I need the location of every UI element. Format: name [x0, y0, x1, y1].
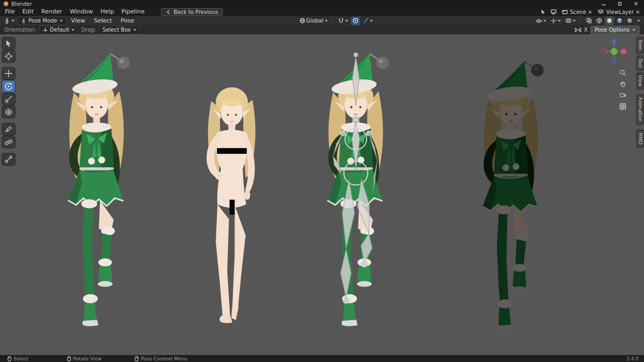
tab-tool[interactable]: Tool — [636, 55, 644, 71]
figure-base-body[interactable] — [207, 87, 255, 323]
back-to-previous-label: Back to Previous — [173, 9, 218, 15]
maximize-button[interactable] — [612, 0, 628, 8]
shading-rendered-button[interactable] — [625, 17, 634, 25]
menu-view[interactable]: View — [68, 17, 89, 24]
viewlayer-selector[interactable]: ViewLayer — [596, 8, 642, 16]
tab-mmd[interactable]: MMD — [636, 129, 644, 147]
tool-cursor[interactable] — [2, 50, 15, 62]
shading-solid-icon — [606, 18, 612, 24]
menu-edit[interactable]: Edit — [18, 8, 37, 16]
pan-button[interactable] — [617, 79, 628, 88]
tool-pose-extra[interactable] — [2, 153, 15, 165]
viewlayer-icon — [598, 9, 604, 14]
magnifier-icon — [619, 69, 626, 76]
snapping-dropdown[interactable] — [336, 17, 350, 25]
back-to-previous-button[interactable]: Back to Previous — [161, 8, 223, 16]
gizmos-dropdown[interactable] — [549, 17, 562, 25]
scene-canvas — [0, 34, 644, 355]
magnet-icon — [338, 18, 344, 24]
xray-icon — [586, 18, 592, 24]
tool-measure[interactable] — [2, 136, 15, 148]
shading-dropdown[interactable] — [635, 17, 642, 25]
tab-item[interactable]: Item — [636, 36, 644, 54]
mirror-x-label[interactable]: X — [584, 27, 588, 33]
gizmo-y-axis[interactable] — [611, 48, 618, 55]
menu-help[interactable]: Help — [97, 8, 118, 16]
tool-scale[interactable] — [2, 93, 15, 105]
minimize-icon — [602, 2, 606, 6]
mouse-middle-icon — [67, 356, 71, 361]
display-icon[interactable] — [549, 8, 558, 16]
statusbar: Select Rotate View Pose Context Menu 3.4… — [0, 355, 644, 362]
tab-view[interactable]: View — [636, 72, 644, 90]
viewport-nav-buttons — [617, 68, 628, 111]
select-box-icon — [4, 39, 13, 48]
mouse-right-icon — [135, 356, 138, 361]
menu-file[interactable]: File — [1, 8, 18, 16]
blender-logo-icon — [3, 1, 9, 6]
viewport-3d[interactable]: Item Tool View Animation MMD — [0, 34, 644, 355]
annotate-pen-icon — [4, 125, 13, 134]
status-select: Select — [8, 356, 28, 361]
transform-orientation-dropdown[interactable]: Global — [298, 17, 330, 25]
menu-select[interactable]: Select — [90, 17, 116, 24]
tool-annotate[interactable] — [2, 123, 15, 135]
menu-window[interactable]: Window — [66, 8, 97, 16]
pointer-icon[interactable] — [539, 8, 547, 16]
shading-material-button[interactable] — [615, 17, 624, 25]
camera-view-button[interactable] — [617, 90, 628, 100]
menu-render[interactable]: Render — [38, 8, 66, 16]
overlays-dropdown[interactable] — [564, 17, 577, 25]
viewlayer-close-icon[interactable] — [636, 10, 640, 14]
shading-material-icon — [617, 18, 623, 24]
navigation-gizmo[interactable] — [599, 36, 629, 67]
chevron-down-icon — [632, 29, 635, 31]
mode-dropdown[interactable]: Pose Mode — [17, 17, 67, 25]
drag-mode-dropdown[interactable]: Select Box — [99, 26, 140, 34]
chevron-down-icon — [637, 20, 640, 22]
tool-select-box[interactable] — [2, 38, 15, 49]
figure-wireframe-dark[interactable] — [483, 61, 544, 331]
bone-icon — [4, 155, 13, 164]
editor-type-button[interactable] — [2, 17, 16, 25]
status-rotate-view-label: Rotate View — [73, 356, 102, 361]
zoom-button[interactable] — [617, 68, 628, 77]
proportional-editing-icon — [353, 18, 358, 24]
minimize-button[interactable] — [596, 0, 612, 8]
shading-wireframe-button[interactable] — [595, 17, 604, 25]
tab-animation[interactable]: Animation — [636, 94, 644, 125]
scene-selector[interactable]: Scene — [560, 8, 595, 16]
gizmo-z-axis[interactable] — [612, 40, 616, 44]
figure-elf-with-armature[interactable] — [327, 53, 389, 326]
tool-move[interactable] — [2, 68, 15, 79]
drag-label: Drag: — [81, 27, 96, 33]
gizmo-x-axis[interactable] — [621, 49, 626, 54]
grid-icon — [619, 103, 626, 110]
toggle-perspective-button[interactable] — [617, 101, 628, 111]
proportional-falloff-dropdown[interactable] — [361, 17, 375, 25]
close-button[interactable] — [628, 0, 644, 8]
window-title: Blender — [11, 1, 32, 7]
pose-options-button[interactable]: Pose Options — [590, 26, 640, 34]
tool-rotate[interactable] — [2, 80, 15, 92]
scale-icon — [4, 95, 13, 104]
cursor-icon — [4, 52, 13, 61]
shading-solid-button[interactable] — [605, 17, 614, 25]
orientation-default-value: Default — [50, 27, 70, 33]
proportional-editing-toggle[interactable] — [351, 17, 360, 25]
chevron-down-icon — [11, 20, 14, 22]
xray-toggle[interactable] — [584, 17, 594, 25]
orientation-default-dropdown[interactable]: Default — [39, 26, 79, 34]
show-object-types-dropdown[interactable] — [534, 17, 548, 25]
menu-pose[interactable]: Pose — [117, 17, 138, 24]
orientation-label: Orientation: — [4, 27, 36, 33]
mode-label: Pose Mode — [28, 18, 57, 24]
tool-transform[interactable] — [2, 106, 15, 118]
menu-pipeline[interactable]: Pipeline — [118, 8, 148, 16]
scene-close-icon[interactable] — [588, 10, 592, 14]
figure-elf-clothed[interactable] — [68, 54, 129, 326]
chevron-down-icon — [543, 20, 546, 22]
chevron-down-icon — [370, 20, 373, 22]
drag-mode-value: Select Box — [103, 27, 131, 33]
close-icon — [634, 2, 638, 6]
